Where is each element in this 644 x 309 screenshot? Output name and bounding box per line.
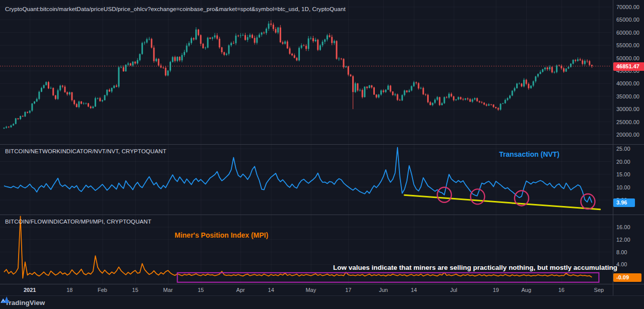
candle-body bbox=[106, 90, 108, 95]
candle-body bbox=[455, 99, 457, 100]
candle-body bbox=[4, 128, 5, 129]
tradingview-brand-link[interactable]: TradingView bbox=[5, 299, 45, 306]
candle-body bbox=[212, 37, 213, 39]
time-tick-label[interactable]: Aug bbox=[521, 287, 531, 293]
axis-tick-label[interactable]: 15.00 bbox=[616, 171, 630, 177]
axis-tick-label[interactable]: 55000.00 bbox=[616, 42, 639, 48]
candle-body bbox=[505, 100, 506, 104]
candle-body bbox=[71, 92, 72, 100]
chart-canvas[interactable]: 20000.0025000.0030000.0035000.0040000.00… bbox=[0, 0, 644, 295]
candle-body bbox=[458, 97, 459, 99]
candle-body bbox=[144, 43, 145, 43]
candle-body bbox=[427, 95, 429, 102]
candle-body bbox=[92, 107, 94, 108]
time-tick-label[interactable]: 14 bbox=[411, 287, 417, 293]
candle-body bbox=[350, 75, 351, 76]
candle-body bbox=[305, 46, 307, 49]
candle-body bbox=[125, 65, 127, 71]
time-tick-label[interactable]: Mar bbox=[163, 287, 173, 293]
candle-body bbox=[111, 88, 113, 91]
candle-body bbox=[546, 67, 548, 69]
candle-body bbox=[387, 85, 389, 89]
candle-body bbox=[401, 95, 403, 100]
candle-body bbox=[200, 35, 202, 44]
candle-body bbox=[289, 48, 290, 54]
candle-body bbox=[385, 90, 386, 92]
candle-body bbox=[575, 60, 576, 61]
time-tick-label[interactable]: 15 bbox=[198, 287, 204, 293]
time-tick-label[interactable]: Jul bbox=[450, 287, 457, 293]
candle-body bbox=[80, 101, 82, 104]
candle-body bbox=[83, 104, 85, 104]
axis-tick-label[interactable]: 50000.00 bbox=[616, 55, 639, 61]
candle-body bbox=[439, 97, 440, 105]
axis-tick-label[interactable]: 40000.00 bbox=[616, 80, 639, 86]
candle-body bbox=[109, 90, 110, 92]
axis-tick-label[interactable]: 10.00 bbox=[616, 184, 630, 190]
axis-tick-label[interactable]: 70000.00 bbox=[616, 4, 639, 10]
candle-body bbox=[252, 35, 253, 38]
candle-body bbox=[462, 99, 464, 99]
axis-tick-label[interactable]: 8.00 bbox=[616, 249, 627, 255]
time-tick-label[interactable]: May bbox=[305, 287, 316, 293]
candle-body bbox=[261, 33, 263, 35]
axis-tick-label[interactable]: 20.00 bbox=[616, 159, 630, 165]
candle-body bbox=[448, 94, 450, 98]
candle-body bbox=[544, 67, 546, 69]
time-tick-label[interactable]: Jun bbox=[379, 287, 388, 293]
axis-tick-label[interactable]: 4.00 bbox=[616, 261, 627, 267]
mpi-panel-title: BITCOIN/FLOWINDICATOR/MPI/MPI, CRYPTOQUA… bbox=[5, 219, 151, 225]
time-tick-label[interactable]: Feb bbox=[98, 287, 107, 293]
candle-body bbox=[214, 35, 215, 37]
candle-body bbox=[514, 88, 515, 91]
axis-tick-label[interactable]: 25000.00 bbox=[616, 119, 639, 125]
time-tick-label[interactable]: Sep bbox=[594, 287, 604, 293]
time-tick-label[interactable]: 19 bbox=[493, 287, 499, 293]
axis-tick-label[interactable]: 20000.00 bbox=[616, 132, 639, 138]
time-tick-label[interactable]: 18 bbox=[66, 287, 72, 293]
candle-body bbox=[62, 85, 63, 86]
candle-body bbox=[587, 61, 588, 61]
candle-body bbox=[338, 59, 340, 59]
nvt-annotation: Transaction (NVT) bbox=[499, 150, 559, 158]
candle-body bbox=[219, 39, 220, 47]
candle-body bbox=[146, 39, 147, 43]
axis-tick-label[interactable]: 60000.00 bbox=[616, 30, 639, 36]
candle-body bbox=[273, 25, 274, 29]
candle-body bbox=[441, 104, 443, 106]
axis-tick-label[interactable]: 12.00 bbox=[616, 237, 630, 243]
candle-body bbox=[195, 30, 197, 40]
candle-body bbox=[317, 40, 318, 50]
candle-body bbox=[85, 104, 87, 104]
time-tick-label[interactable]: 2021 bbox=[24, 287, 36, 293]
candle-body bbox=[526, 80, 527, 84]
axis-tick-label[interactable]: 25.00 bbox=[616, 146, 630, 152]
candle-body bbox=[476, 98, 478, 101]
candle-body bbox=[310, 38, 311, 39]
time-tick-label[interactable]: 14 bbox=[268, 287, 274, 293]
time-tick-label[interactable]: 16 bbox=[558, 287, 565, 293]
candle-body bbox=[13, 124, 14, 126]
candle-body bbox=[48, 82, 49, 88]
candle-body bbox=[423, 88, 424, 94]
candle-body bbox=[472, 99, 473, 102]
axis-tick-label[interactable]: 35000.00 bbox=[616, 93, 639, 99]
candle-body bbox=[294, 55, 295, 58]
axis-tick-label[interactable]: 65000.00 bbox=[616, 17, 639, 23]
candle-body bbox=[221, 47, 222, 52]
candle-body bbox=[394, 94, 396, 95]
axis-tick-label[interactable]: 16.00 bbox=[616, 224, 630, 230]
time-tick-label[interactable]: 15 bbox=[132, 287, 138, 293]
candle-body bbox=[312, 38, 314, 41]
axis-tick-label[interactable]: 30000.00 bbox=[616, 106, 639, 112]
nvt-trendline[interactable] bbox=[405, 195, 600, 210]
candle-body bbox=[216, 35, 218, 39]
candle-body bbox=[584, 61, 586, 64]
tradingview-chart-window: 20000.0025000.0030000.0035000.0040000.00… bbox=[0, 0, 644, 309]
time-tick-label[interactable]: 17 bbox=[345, 287, 351, 293]
candle-body bbox=[27, 112, 28, 113]
last-mpi-badge: -0.09 bbox=[613, 273, 641, 282]
candle-body bbox=[390, 85, 391, 91]
time-tick-label[interactable]: Apr bbox=[236, 287, 245, 293]
candle-body bbox=[469, 99, 471, 101]
